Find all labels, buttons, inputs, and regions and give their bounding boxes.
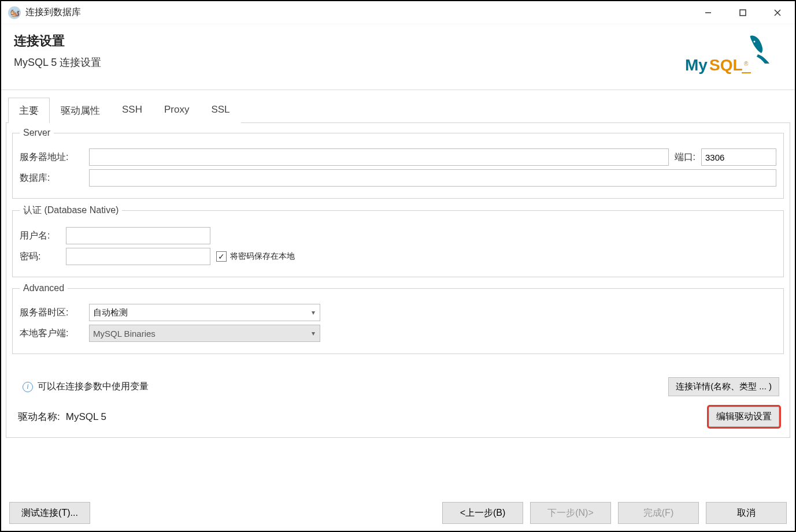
finish-button[interactable]: 完成(F) [618,502,699,524]
info-icon: i [23,382,33,392]
chevron-down-icon: ▾ [312,308,315,317]
auth-fieldset: 认证 (Database Native) 用户名: 密码: ✓ 将密码保存在本地 [12,204,784,277]
svg-rect-1 [740,10,746,16]
connection-details-button[interactable]: 连接详情(名称、类型 ... ) [668,377,779,396]
tabs: 主要 驱动属性 SSH Proxy SSL [8,97,790,122]
advanced-fieldset: Advanced 服务器时区: 自动检测 ▾ 本地客户端: MySQL Bina… [12,283,784,354]
driver-name-label: 驱动名称: [18,410,60,423]
tab-ssl[interactable]: SSL [200,98,240,123]
app-icon: 🐿️ [8,6,21,19]
mysql-logo-icon: My SQL ® [684,31,771,79]
info-row: i 可以在连接参数中使用变量 连接详情(名称、类型 ... ) [23,377,779,396]
minimize-button[interactable] [691,1,725,24]
edit-driver-settings-button[interactable]: 编辑驱动设置 [709,407,779,427]
svg-text:SQL: SQL [709,56,743,74]
maximize-button[interactable] [725,1,760,24]
chevron-down-icon: ▾ [312,329,315,337]
local-client-select[interactable]: MySQL Binaries ▾ [89,325,320,342]
variables-hint: 可以在连接参数中使用变量 [38,381,149,393]
save-password-label: 将密码保存在本地 [230,251,295,262]
svg-point-4 [754,41,756,43]
svg-text:My: My [685,56,708,74]
footer: 测试连接(T)... <上一步(B) 下一步(N)> 完成(F) 取消 [9,502,787,524]
database-input[interactable] [89,169,776,187]
next-button[interactable]: 下一步(N)> [530,502,611,524]
tab-proxy[interactable]: Proxy [153,98,200,123]
timezone-label: 服务器时区: [20,307,83,319]
page-subtitle: MySQL 5 连接设置 [14,55,101,69]
local-client-label: 本地客户端: [20,328,83,340]
back-button[interactable]: <上一步(B) [442,502,523,524]
timezone-value: 自动检测 [93,307,128,318]
host-input[interactable] [89,148,669,166]
cancel-button[interactable]: 取消 [706,502,787,524]
window-title: 连接到数据库 [25,6,81,18]
tab-content: Server 服务器地址: 端口: 数据库: 认证 (Database Nati… [6,122,790,438]
tab-ssh[interactable]: SSH [111,98,153,123]
username-label: 用户名: [20,230,60,242]
test-connection-button[interactable]: 测试连接(T)... [9,502,90,524]
auth-legend: 认证 (Database Native) [20,204,122,217]
port-input[interactable] [701,148,776,166]
database-label: 数据库: [20,172,83,184]
save-password-checkbox[interactable]: ✓ 将密码保存在本地 [216,251,295,262]
advanced-legend: Advanced [20,283,68,293]
password-label: 密码: [20,251,60,263]
driver-name-value: MySQL 5 [66,411,106,423]
port-label: 端口: [675,151,695,163]
page-title: 连接设置 [14,32,101,50]
password-input[interactable] [66,248,210,265]
tab-driver-properties[interactable]: 驱动属性 [50,98,111,123]
title-bar: 🐿️ 连接到数据库 [1,1,795,24]
checkbox-icon: ✓ [216,251,227,262]
local-client-value: MySQL Binaries [93,329,156,338]
username-input[interactable] [66,227,210,244]
close-button[interactable] [760,1,795,24]
host-label: 服务器地址: [20,151,83,163]
timezone-select[interactable]: 自动检测 ▾ [89,304,320,321]
driver-row: 驱动名称: MySQL 5 编辑驱动设置 [18,407,779,427]
server-fieldset: Server 服务器地址: 端口: 数据库: [12,128,784,199]
server-legend: Server [20,128,54,138]
svg-text:®: ® [744,61,749,67]
window-controls [691,1,795,24]
tab-main[interactable]: 主要 [8,98,50,123]
header: 连接设置 MySQL 5 连接设置 My SQL ® [1,24,795,90]
